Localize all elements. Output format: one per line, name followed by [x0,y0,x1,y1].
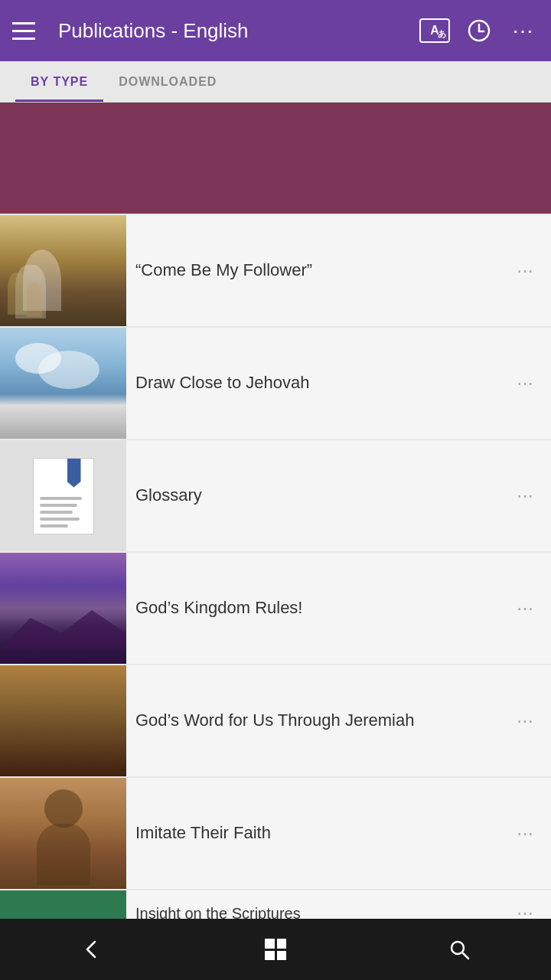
publication-title: Insight on the Scriptures [135,903,508,919]
hamburger-menu-button[interactable] [12,14,46,47]
publication-title: God’s Kingdom Rules! [135,597,508,619]
item-content: Glossary ⋯ [126,440,551,551]
publication-thumbnail [0,778,126,889]
document-icon [33,458,94,534]
publications-list: Benefit From Theocratic Ministry School … [0,103,551,919]
translate-icon[interactable]: Aあ [419,18,450,43]
svg-marker-3 [0,610,126,648]
item-content: Insight on the Scriptures ⋯ [126,890,551,919]
publication-thumbnail [0,890,126,919]
item-more-button[interactable]: ⋯ [508,261,542,281]
publication-thumbnail [0,665,126,776]
list-item[interactable]: Imitate Their Faith ⋯ [0,778,551,889]
publication-thumbnail [0,440,126,551]
list-item[interactable]: God’s Word for Us Through Jeremiah ⋯ [0,665,551,776]
list-item[interactable]: “Come Be My Follower” ⋯ [0,215,551,326]
more-options-icon[interactable]: ⋯ [508,15,539,46]
item-content: God’s Word for Us Through Jeremiah ⋯ [126,665,551,776]
list-item[interactable]: Insight on the Scriptures ⋯ [0,890,551,919]
search-button[interactable] [429,919,490,980]
item-more-button[interactable]: ⋯ [508,374,542,394]
publication-title: Glossary [135,485,508,507]
item-more-button[interactable]: ⋯ [508,711,542,731]
item-more-button[interactable]: ⋯ [508,486,542,506]
history-icon[interactable] [464,15,494,46]
list-item[interactable]: Draw Close to Jehovah ⋯ [0,328,551,439]
tab-downloaded[interactable]: DOWNLOADED [103,61,232,102]
item-content: Draw Close to Jehovah ⋯ [126,328,551,439]
item-more-button[interactable]: ⋯ [508,824,542,844]
item-content: God’s Kingdom Rules! ⋯ [126,553,551,664]
publication-title: God’s Word for Us Through Jeremiah [135,710,508,732]
back-button[interactable] [61,919,122,980]
list-item[interactable]: God’s Kingdom Rules! ⋯ [0,553,551,664]
publication-thumbnail [0,215,126,326]
page-title: Publications - English [58,19,419,43]
home-button[interactable] [245,919,306,980]
item-more-button[interactable]: ⋯ [508,599,542,619]
publication-thumbnail [0,328,126,439]
tab-bar: BY TYPE DOWNLOADED [0,61,551,103]
item-content: “Come Be My Follower” ⋯ [126,215,551,326]
item-more-button[interactable]: ⋯ [508,903,542,919]
app-header: Publications - English Aあ ⋯ [0,0,551,61]
windows-logo-icon [265,939,286,960]
publication-thumbnail [0,103,551,214]
list-item[interactable]: Benefit From Theocratic Ministry School … [0,103,551,214]
publication-title: “Come Be My Follower” [135,260,508,282]
publication-title: Draw Close to Jehovah [135,372,508,394]
header-actions: Aあ ⋯ [419,15,539,46]
svg-line-5 [462,952,468,959]
item-content: Imitate Their Faith ⋯ [126,778,551,889]
publication-title: Imitate Their Faith [135,822,508,844]
tab-by-type[interactable]: BY TYPE [15,61,103,102]
list-item[interactable]: Glossary ⋯ [0,440,551,551]
bottom-nav [0,919,551,980]
publication-thumbnail [0,553,126,664]
